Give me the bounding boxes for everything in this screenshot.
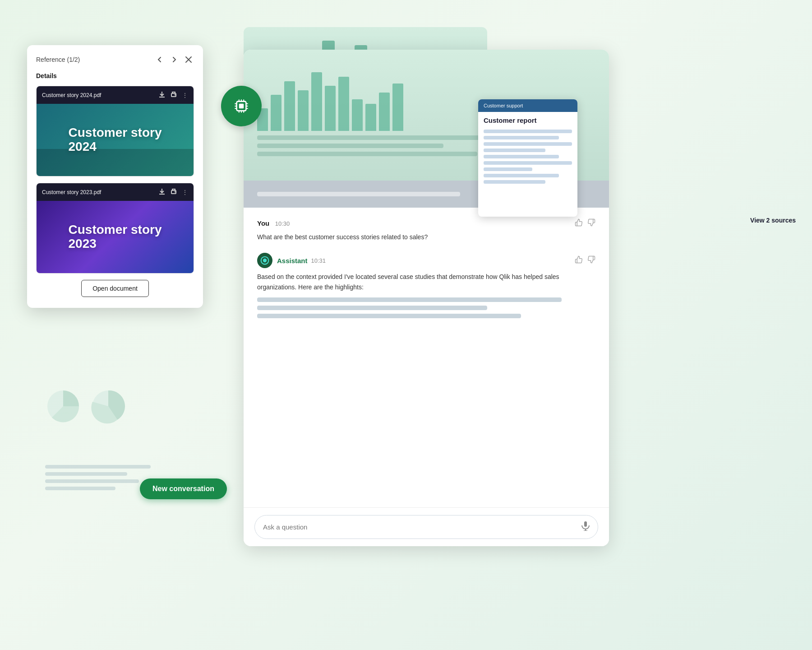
report-line-5 xyxy=(484,155,559,158)
assistant-logo-icon xyxy=(260,256,269,265)
chevron-left-icon xyxy=(157,56,163,63)
report-line-8 xyxy=(484,174,559,177)
ref-nav xyxy=(154,54,194,65)
report-card-title: Customer report xyxy=(478,112,577,128)
chat-input-box xyxy=(254,515,598,539)
reference-panel: Reference (1/2) Details Customer story 2… xyxy=(27,45,203,308)
s-line-1 xyxy=(257,135,511,140)
svg-rect-1 xyxy=(239,104,244,108)
doc-card-bar-2024: Customer story 2024.pdf ⋮ xyxy=(37,86,194,104)
pie-chart-1 xyxy=(45,388,81,424)
svg-point-26 xyxy=(175,192,175,192)
assistant-header-row: Assistant 10:31 xyxy=(257,253,326,268)
s-bar-6 xyxy=(325,86,336,131)
ref-prev-btn[interactable] xyxy=(154,54,165,65)
chevron-right-icon xyxy=(171,56,177,63)
s-bar-10 xyxy=(379,93,390,131)
user-thumbs-up-btn[interactable] xyxy=(575,218,583,228)
b-line-3 xyxy=(45,479,139,483)
doc-thumb-text-2024: Customer story 2024 xyxy=(60,126,171,154)
doc-name-2023: Customer story 2023.pdf xyxy=(42,189,158,195)
svg-point-23 xyxy=(175,95,175,95)
s-bar-4 xyxy=(298,90,309,131)
messages-area[interactable]: You 10:30 What are the best customer suc… xyxy=(244,208,609,507)
s-bar-8 xyxy=(352,99,363,131)
print-icon xyxy=(170,91,177,98)
new-conversation-btn[interactable]: New conversation xyxy=(140,478,227,499)
doc-thumb-2024: Customer story 2024 xyxy=(37,104,194,176)
r-line-2 xyxy=(257,306,487,310)
svg-point-15 xyxy=(263,259,267,262)
assistant-sender-name: Assistant xyxy=(277,257,308,265)
ai-icon-circle xyxy=(221,86,262,126)
view-sources-text[interactable]: View 2 sources xyxy=(750,217,796,224)
close-icon xyxy=(185,56,192,63)
s-bar-11 xyxy=(392,84,403,131)
ref-panel-title: Reference (1/2) xyxy=(36,56,80,63)
thumbs-up-icon-2 xyxy=(575,255,583,264)
assistant-avatar xyxy=(257,253,272,268)
assistant-thumbs-up-btn[interactable] xyxy=(575,255,583,265)
ref-next-btn[interactable] xyxy=(169,54,180,65)
b-line-1 xyxy=(45,465,151,469)
b-line-4 xyxy=(45,487,115,490)
print-icon-2024[interactable] xyxy=(170,91,177,99)
s-bar-5 xyxy=(311,72,322,131)
download-icon-2023[interactable] xyxy=(158,188,166,196)
s-bar-9 xyxy=(365,104,376,131)
assistant-message-actions xyxy=(575,255,595,265)
r-line-1 xyxy=(257,297,562,302)
doc-card-2023: Customer story 2023.pdf ⋮ Customer story… xyxy=(36,183,194,274)
report-line-9 xyxy=(484,180,545,184)
print-icon-2023[interactable] xyxy=(170,188,177,196)
assistant-message-block: Assistant 10:31 Based on the context pro… xyxy=(257,253,595,318)
user-message-meta: You 10:30 xyxy=(257,219,290,228)
thumbs-down-icon-2 xyxy=(587,255,595,264)
more-icon-2024[interactable]: ⋮ xyxy=(182,92,188,99)
open-document-btn[interactable]: Open document xyxy=(81,280,149,297)
user-thumbs-down-btn[interactable] xyxy=(587,218,595,228)
assistant-message-time: 10:31 xyxy=(311,257,326,264)
doc-card-icons-2023: ⋮ xyxy=(158,188,188,196)
report-line-7 xyxy=(484,167,532,171)
ref-details-label: Details xyxy=(36,72,194,79)
b-line-2 xyxy=(45,472,127,476)
doc-thumb-2023: Customer story 2023 xyxy=(37,201,194,273)
pie-area xyxy=(45,361,171,451)
r-line-3 xyxy=(257,314,521,318)
svg-rect-16 xyxy=(584,521,587,527)
report-line-3 xyxy=(484,142,572,146)
download-icon-2 xyxy=(158,188,166,195)
user-message-actions xyxy=(575,218,595,228)
report-card-header: Customer support xyxy=(478,99,577,112)
more-icon-2023[interactable]: ⋮ xyxy=(182,189,188,196)
download-icon xyxy=(158,91,166,98)
thumbs-up-icon xyxy=(575,218,583,227)
ai-chip-icon xyxy=(230,95,253,117)
thumbs-down-icon xyxy=(587,218,595,227)
doc-name-2024: Customer story 2024.pdf xyxy=(42,92,158,98)
doc-card-icons-2024: ⋮ xyxy=(158,91,188,99)
report-line-2 xyxy=(484,136,559,139)
gray-line xyxy=(257,192,460,196)
chat-input[interactable] xyxy=(263,523,577,531)
mic-button[interactable] xyxy=(581,521,590,533)
assistant-thumbs-down-btn[interactable] xyxy=(587,255,595,265)
assistant-message-header: Assistant 10:31 xyxy=(257,253,595,268)
user-message-header: You 10:30 xyxy=(257,218,595,228)
user-message-block: You 10:30 What are the best customer suc… xyxy=(257,218,595,242)
s-line-3 xyxy=(257,152,477,156)
s-line-2 xyxy=(257,144,443,148)
user-message-time: 10:30 xyxy=(275,220,290,227)
report-card-content xyxy=(478,128,577,188)
assistant-message-text: Based on the context provided I've locat… xyxy=(257,272,595,292)
pie-chart-2 xyxy=(90,388,126,424)
doc-card-2024: Customer story 2024.pdf ⋮ Customer story… xyxy=(36,86,194,176)
response-lines xyxy=(257,297,595,318)
report-line-6 xyxy=(484,161,572,165)
download-icon-2024[interactable] xyxy=(158,91,166,99)
report-line-1 xyxy=(484,130,572,133)
ref-close-btn[interactable] xyxy=(183,54,194,65)
user-sender-name: You xyxy=(257,219,269,227)
ref-panel-header: Reference (1/2) xyxy=(36,54,194,65)
